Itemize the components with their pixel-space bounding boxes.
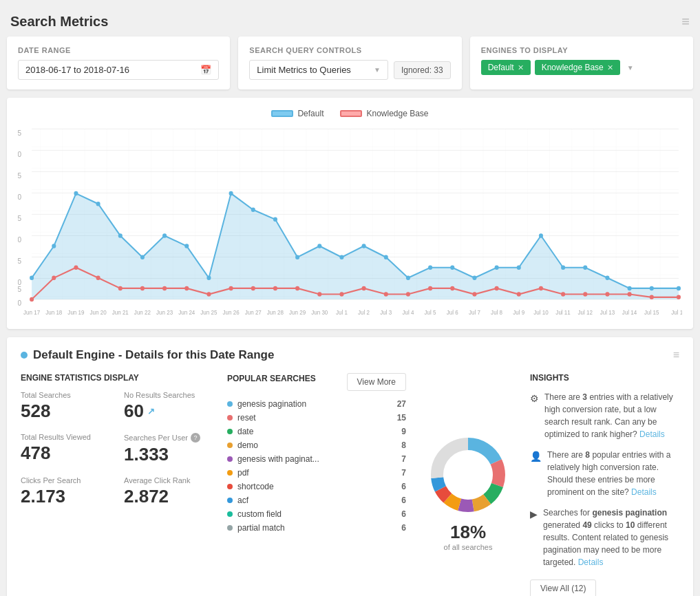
list-item: reset 15 bbox=[227, 411, 406, 425]
donut-percentage: 18% bbox=[450, 522, 486, 543]
view-all-button[interactable]: View All (12) bbox=[530, 579, 596, 596]
svg-text:Jul 9: Jul 9 bbox=[513, 308, 524, 315]
default-engine-title: Default Engine - Details for this Date R… bbox=[21, 348, 274, 362]
default-dot bbox=[21, 352, 28, 359]
date-range-value: 2018-06-17 to 2018-07-16 bbox=[25, 65, 129, 75]
engine-tag-knowledge-base[interactable]: Knowledge Base ✕ bbox=[535, 60, 620, 75]
svg-point-44 bbox=[539, 233, 543, 237]
arrow-icon: ▶ bbox=[530, 507, 538, 522]
svg-text:Jun 18: Jun 18 bbox=[45, 308, 62, 315]
stat-total-searches: Total Searches 528 bbox=[21, 391, 110, 422]
default-engine-header: Default Engine - Details for this Date R… bbox=[21, 348, 679, 362]
donut-chart-col: 18% of all searches bbox=[420, 373, 516, 596]
svg-text:Jun 30: Jun 30 bbox=[311, 308, 328, 315]
svg-text:Jul 12: Jul 12 bbox=[578, 308, 593, 315]
svg-text:Jun 22: Jun 22 bbox=[134, 308, 151, 315]
svg-point-120 bbox=[447, 454, 489, 496]
svg-text:Jul 8: Jul 8 bbox=[491, 308, 502, 315]
svg-point-34 bbox=[317, 244, 321, 248]
list-item: genesis pagination 27 bbox=[227, 397, 406, 411]
svg-point-42 bbox=[495, 266, 499, 270]
svg-point-63 bbox=[295, 286, 299, 290]
svg-point-79 bbox=[650, 295, 654, 299]
stat-per-user-label: Searches Per User ? bbox=[124, 433, 213, 443]
insight-text-1: There are 3 entries with a relatively hi… bbox=[544, 391, 679, 440]
date-range-input[interactable]: 2018-06-17 to 2018-07-16 📅 bbox=[18, 60, 219, 80]
legend-knowledge-base: Knowledge Base bbox=[340, 109, 428, 118]
chart-area: 45 40 35 30 25 20 15 10 5 0 bbox=[18, 125, 682, 318]
svg-point-33 bbox=[295, 255, 299, 259]
engine-tag-default[interactable]: Default ✕ bbox=[481, 60, 531, 75]
list-item: partial match 6 bbox=[227, 521, 406, 535]
stat-avg-click-rank: Average Click Rank 2.872 bbox=[124, 476, 213, 507]
svg-point-50 bbox=[677, 286, 681, 290]
legend-color-knowledge-base bbox=[340, 110, 362, 117]
svg-text:Jul 4: Jul 4 bbox=[402, 308, 414, 315]
svg-text:Jun 24: Jun 24 bbox=[178, 308, 195, 315]
svg-text:Jul 16: Jul 16 bbox=[671, 308, 682, 315]
stat-per-user: Searches Per User ? 1.333 bbox=[124, 433, 213, 465]
svg-text:Jul 11: Jul 11 bbox=[555, 308, 571, 315]
help-icon[interactable]: ? bbox=[191, 433, 200, 443]
svg-point-76 bbox=[583, 292, 587, 296]
engine-tag-knowledge-base-label: Knowledge Base bbox=[542, 63, 604, 72]
svg-text:Jun 27: Jun 27 bbox=[245, 308, 262, 315]
insight-text-3: Searches for genesis pagination generate… bbox=[543, 507, 679, 568]
engine-tag-knowledge-base-remove[interactable]: ✕ bbox=[607, 63, 613, 72]
svg-point-77 bbox=[605, 292, 609, 296]
svg-point-38 bbox=[406, 276, 410, 280]
default-engine-title-text: Default Engine - Details for this Date R… bbox=[33, 348, 274, 362]
list-item: acf 6 bbox=[227, 493, 406, 507]
legend-knowledge-base-label: Knowledge Base bbox=[366, 109, 428, 118]
insight-link-2[interactable]: Details bbox=[631, 487, 657, 497]
default-stats-col: Engine Statistics display Total Searches… bbox=[21, 373, 213, 596]
svg-point-45 bbox=[561, 266, 565, 270]
gear-icon: ⚙ bbox=[530, 392, 539, 406]
svg-point-54 bbox=[96, 276, 100, 280]
chart-section: Default Knowledge Base 45 40 35 30 bbox=[7, 98, 693, 329]
no-results-link[interactable]: ↗ bbox=[147, 406, 155, 416]
user-icon: 👤 bbox=[530, 449, 542, 464]
list-item: date 9 bbox=[227, 425, 406, 438]
svg-text:Jul 3: Jul 3 bbox=[380, 308, 392, 315]
svg-point-56 bbox=[140, 286, 145, 290]
engine-tag-default-remove[interactable]: ✕ bbox=[518, 63, 524, 72]
engine-add-dropdown[interactable]: ▼ bbox=[627, 64, 634, 72]
insight-item-3: ▶ Searches for genesis pagination genera… bbox=[530, 507, 679, 568]
insight-item-1: ⚙ There are 3 entries with a relatively … bbox=[530, 391, 679, 440]
svg-text:Jul 14: Jul 14 bbox=[622, 308, 637, 315]
svg-point-25 bbox=[118, 233, 123, 237]
svg-point-78 bbox=[628, 292, 632, 296]
search-query-label: Search Query Controls bbox=[249, 46, 450, 54]
svg-text:35: 35 bbox=[18, 172, 21, 180]
svg-text:Jul 5: Jul 5 bbox=[425, 308, 436, 315]
insight-link-3[interactable]: Details bbox=[578, 557, 604, 567]
svg-point-23 bbox=[74, 191, 78, 195]
view-more-button[interactable]: View More bbox=[347, 373, 406, 391]
stat-results-viewed-label: Total Results Viewed bbox=[21, 433, 110, 441]
svg-point-60 bbox=[229, 286, 233, 290]
engine-tags: Default ✕ Knowledge Base ✕ ▼ bbox=[481, 60, 682, 75]
insight-link-1[interactable]: Details bbox=[639, 429, 665, 439]
svg-point-69 bbox=[428, 286, 432, 290]
svg-text:Jul 15: Jul 15 bbox=[644, 308, 659, 315]
list-item: genesis with paginat... 7 bbox=[227, 452, 406, 466]
svg-point-67 bbox=[384, 292, 388, 296]
list-item: pdf 7 bbox=[227, 466, 406, 480]
menu-icon[interactable]: ≡ bbox=[681, 14, 690, 30]
svg-text:Jun 26: Jun 26 bbox=[223, 308, 240, 315]
svg-point-51 bbox=[30, 297, 34, 301]
engines-label: Engines to display bbox=[481, 46, 682, 54]
svg-text:Jun 20: Jun 20 bbox=[90, 308, 107, 315]
stat-clicks-per-search-label: Clicks Per Search bbox=[21, 476, 110, 485]
svg-point-22 bbox=[52, 244, 56, 248]
default-engine-menu[interactable]: ≡ bbox=[673, 349, 679, 361]
svg-point-41 bbox=[472, 276, 476, 280]
svg-text:Jul 13: Jul 13 bbox=[600, 308, 615, 315]
svg-point-70 bbox=[450, 286, 454, 290]
svg-point-36 bbox=[362, 244, 366, 248]
svg-point-24 bbox=[96, 202, 100, 206]
stat-total-searches-label: Total Searches bbox=[21, 391, 110, 399]
date-range-label: Date Range bbox=[18, 46, 219, 54]
search-query-select[interactable]: Limit Metrics to Queries ▼ bbox=[249, 60, 388, 80]
